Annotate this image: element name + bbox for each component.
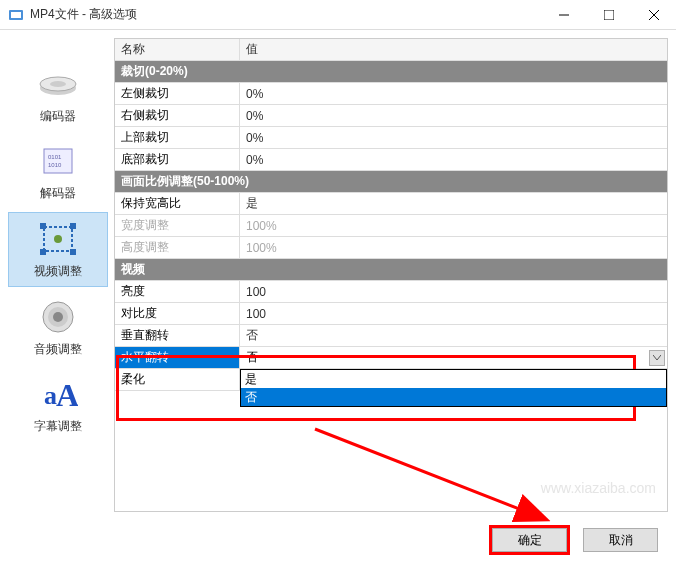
row-height-adjust: 高度调整100% <box>115 237 667 259</box>
section-crop[interactable]: 裁切(0-20%) <box>115 61 667 83</box>
row-crop-right[interactable]: 右侧裁切0% <box>115 105 667 127</box>
svg-rect-15 <box>40 249 46 255</box>
section-aspect[interactable]: 画面比例调整(50-100%) <box>115 171 667 193</box>
minimize-button[interactable] <box>541 0 586 29</box>
svg-line-23 <box>315 429 545 519</box>
sidebar-label: 解码器 <box>40 185 76 202</box>
property-grid: 名称 值 裁切(0-20%) 左侧裁切0% 右侧裁切0% 上部裁切0% 底部裁切… <box>114 38 668 512</box>
section-title: 裁切(0-20%) <box>115 61 667 82</box>
header-name: 名称 <box>115 39 240 60</box>
svg-rect-13 <box>40 223 46 229</box>
video-adjust-icon <box>34 219 82 259</box>
svg-point-20 <box>53 312 63 322</box>
row-flip-vertical[interactable]: 垂直翻转否 <box>115 325 667 347</box>
grid-header: 名称 值 <box>115 39 667 61</box>
sidebar-item-video-adjust[interactable]: 视频调整 <box>8 212 108 287</box>
svg-text:1010: 1010 <box>48 162 62 168</box>
window-title: MP4文件 - 高级选项 <box>30 6 541 23</box>
svg-rect-3 <box>604 10 614 20</box>
decoder-icon: 01011010 <box>34 141 82 181</box>
cancel-button[interactable]: 取消 <box>583 528 658 552</box>
sidebar-label: 字幕调整 <box>34 418 82 435</box>
svg-rect-16 <box>70 249 76 255</box>
header-value: 值 <box>240 39 667 60</box>
svg-rect-9 <box>44 149 72 173</box>
row-crop-bottom[interactable]: 底部裁切0% <box>115 149 667 171</box>
row-contrast[interactable]: 对比度100 <box>115 303 667 325</box>
app-icon <box>8 7 24 23</box>
close-button[interactable] <box>631 0 676 29</box>
sidebar-item-subtitle-adjust[interactable]: aA 字幕调整 <box>8 368 108 441</box>
audio-adjust-icon <box>34 297 82 337</box>
sidebar-item-audio-adjust[interactable]: 音频调整 <box>8 291 108 364</box>
row-keep-aspect[interactable]: 保持宽高比是 <box>115 193 667 215</box>
svg-rect-1 <box>11 12 21 18</box>
sidebar-item-decoder[interactable]: 01011010 解码器 <box>8 135 108 208</box>
flip-horizontal-value[interactable]: 否 <box>240 347 667 368</box>
sidebar-label: 视频调整 <box>34 263 82 280</box>
maximize-button[interactable] <box>586 0 631 29</box>
dropdown-option-no[interactable]: 否 <box>241 388 666 406</box>
section-video[interactable]: 视频 <box>115 259 667 281</box>
row-crop-left[interactable]: 左侧裁切0% <box>115 83 667 105</box>
svg-point-8 <box>50 81 66 87</box>
titlebar: MP4文件 - 高级选项 <box>0 0 676 30</box>
dropdown-option-yes[interactable]: 是 <box>241 370 666 388</box>
subtitle-adjust-icon: aA <box>34 374 82 414</box>
svg-text:A: A <box>56 377 78 412</box>
dialog-footer: 确定 取消 <box>0 520 676 560</box>
ok-button[interactable]: 确定 <box>492 528 567 552</box>
svg-text:0101: 0101 <box>48 154 62 160</box>
row-flip-horizontal[interactable]: 水平翻转 否 <box>115 347 667 369</box>
dropdown-list[interactable]: 是 否 <box>240 369 667 407</box>
sidebar-label: 音频调整 <box>34 341 82 358</box>
svg-point-17 <box>54 235 62 243</box>
section-title: 视频 <box>115 259 667 280</box>
row-width-adjust: 宽度调整100% <box>115 215 667 237</box>
row-soften[interactable]: 柔化 是 否 <box>115 369 667 391</box>
sidebar-item-encoder[interactable]: 编码器 <box>8 58 108 131</box>
section-title: 画面比例调整(50-100%) <box>115 171 667 192</box>
chevron-down-icon[interactable] <box>649 350 665 366</box>
encoder-icon <box>34 64 82 104</box>
sidebar-label: 编码器 <box>40 108 76 125</box>
row-crop-top[interactable]: 上部裁切0% <box>115 127 667 149</box>
row-brightness[interactable]: 亮度100 <box>115 281 667 303</box>
svg-rect-14 <box>70 223 76 229</box>
sidebar: 编码器 01011010 解码器 视频调整 音频调整 aA 字幕调整 <box>8 38 108 512</box>
